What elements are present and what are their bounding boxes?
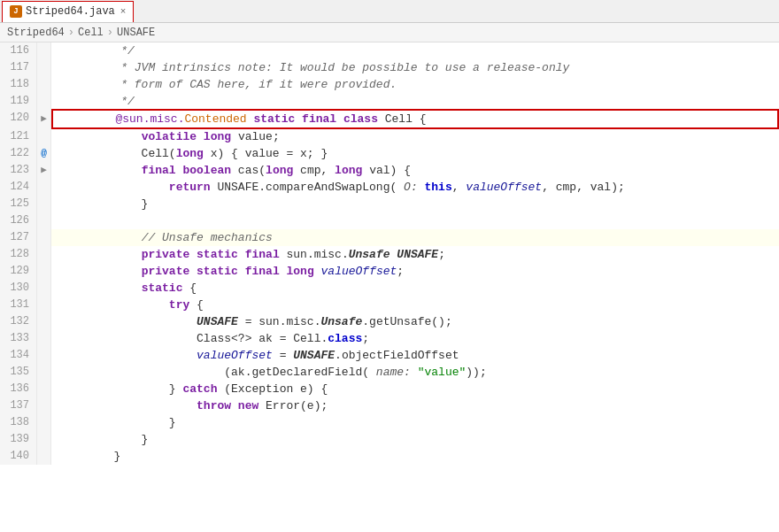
line-number: 120 (0, 110, 37, 128)
line-number: 137 (0, 397, 37, 414)
line-content: * JVM intrinsics note: It would be possi… (51, 59, 779, 76)
gutter-marker (37, 364, 51, 381)
gutter-marker (37, 229, 51, 246)
gutter-marker (37, 42, 51, 59)
line-number: 124 (0, 179, 37, 196)
gutter-marker (37, 93, 51, 110)
table-row: 135 (ak.getDeclaredField( name: "value")… (0, 364, 779, 381)
line-number: 136 (0, 381, 37, 397)
gutter-marker: @ (37, 145, 51, 162)
line-number: 127 (0, 229, 37, 246)
gutter-marker (37, 431, 51, 448)
gutter-marker (37, 280, 51, 297)
line-content: try { (51, 297, 779, 313)
line-number: 134 (0, 347, 37, 364)
table-row: 134 valueOffset = UNSAFE.objectFieldOffs… (0, 347, 779, 364)
editor-container: 116 */117 * JVM intrinsics note: It woul… (0, 42, 779, 532)
gutter-marker: ▶ (37, 162, 51, 179)
java-file-icon: J (10, 5, 22, 18)
line-content: private static final long valueOffset; (51, 263, 779, 280)
line-number: 125 (0, 196, 37, 212)
table-row: 116 */ (0, 42, 779, 59)
line-number: 130 (0, 280, 37, 297)
table-row: 120▶ @sun.misc.Contended static final cl… (0, 110, 779, 128)
line-number: 131 (0, 297, 37, 313)
gutter-marker (37, 212, 51, 229)
breadcrumb-sep-1: › (68, 27, 74, 39)
line-number: 122 (0, 145, 37, 162)
line-content: @sun.misc.Contended static final class C… (51, 109, 779, 129)
gutter-marker (37, 179, 51, 196)
table-row: 126 (0, 212, 779, 229)
code-area[interactable]: 116 */117 * JVM intrinsics note: It woul… (0, 42, 779, 532)
line-content: * form of CAS here, if it were provided. (51, 76, 779, 93)
line-content: UNSAFE = sun.misc.Unsafe.getUnsafe(); (51, 313, 779, 330)
line-content: } catch (Exception e) { (51, 381, 779, 397)
gutter-marker (37, 330, 51, 347)
line-number: 121 (0, 128, 37, 145)
line-number: 128 (0, 246, 37, 263)
line-content: } (51, 431, 779, 448)
table-row: 131 try { (0, 297, 779, 313)
line-content: Class<?> ak = Cell.class; (51, 330, 779, 347)
line-number: 126 (0, 212, 37, 229)
gutter-marker (37, 196, 51, 212)
table-row: 119 */ (0, 93, 779, 110)
line-number: 140 (0, 448, 37, 465)
gutter-marker (37, 414, 51, 431)
table-row: 121 volatile long value; (0, 128, 779, 145)
gutter-marker (37, 297, 51, 313)
table-row: 138 } (0, 414, 779, 431)
gutter-marker: ▶ (37, 110, 51, 128)
line-content: final boolean cas(long cmp, long val) { (51, 162, 779, 179)
line-number: 119 (0, 93, 37, 110)
gutter-marker (37, 313, 51, 330)
gutter-marker (37, 263, 51, 280)
tab-striped64[interactable]: J Striped64.java × (2, 1, 134, 22)
line-content: static { (51, 280, 779, 297)
tab-bar: J Striped64.java × (0, 0, 779, 23)
table-row: 137 throw new Error(e); (0, 397, 779, 414)
line-content: valueOffset = UNSAFE.objectFieldOffset (51, 347, 779, 364)
line-number: 117 (0, 59, 37, 76)
breadcrumb: Striped64 › Cell › UNSAFE (0, 23, 779, 42)
table-row: 139 } (0, 431, 779, 448)
gutter-marker (37, 347, 51, 364)
gutter-marker (37, 128, 51, 145)
line-content: return UNSAFE.compareAndSwapLong( O: thi… (51, 179, 779, 196)
line-number: 135 (0, 364, 37, 381)
table-row: 122@ Cell(long x) { value = x; } (0, 145, 779, 162)
line-number: 133 (0, 330, 37, 347)
line-number: 118 (0, 76, 37, 93)
gutter-marker (37, 246, 51, 263)
table-row: 123▶ final boolean cas(long cmp, long va… (0, 162, 779, 179)
line-number: 116 (0, 42, 37, 59)
gutter-marker (37, 381, 51, 397)
table-row: 125 } (0, 196, 779, 212)
line-number: 132 (0, 313, 37, 330)
table-row: 117 * JVM intrinsics note: It would be p… (0, 59, 779, 76)
line-content: throw new Error(e); (51, 397, 779, 414)
table-row: 129 private static final long valueOffse… (0, 263, 779, 280)
gutter-marker (37, 448, 51, 465)
table-row: 127 // Unsafe mechanics (0, 229, 779, 246)
line-content: */ (51, 93, 779, 110)
line-content: // Unsafe mechanics (51, 229, 779, 246)
line-content: volatile long value; (51, 128, 779, 145)
line-content: } (51, 414, 779, 431)
breadcrumb-part-1[interactable]: Striped64 (7, 27, 65, 39)
breadcrumb-part-2[interactable]: Cell (78, 27, 104, 39)
table-row: 133 Class<?> ak = Cell.class; (0, 330, 779, 347)
table-row: 128 private static final sun.misc.Unsafe… (0, 246, 779, 263)
table-row: 124 return UNSAFE.compareAndSwapLong( O:… (0, 179, 779, 196)
gutter-marker (37, 59, 51, 76)
breadcrumb-sep-2: › (107, 27, 113, 39)
table-row: 136 } catch (Exception e) { (0, 381, 779, 397)
table-row: 140 } (0, 448, 779, 465)
tab-close-button[interactable]: × (120, 6, 127, 17)
table-row: 118 * form of CAS here, if it were provi… (0, 76, 779, 93)
breadcrumb-part-3[interactable]: UNSAFE (117, 27, 155, 39)
line-number: 129 (0, 263, 37, 280)
line-content: private static final sun.misc.Unsafe UNS… (51, 246, 779, 263)
line-content: (ak.getDeclaredField( name: "value")); (51, 364, 779, 381)
